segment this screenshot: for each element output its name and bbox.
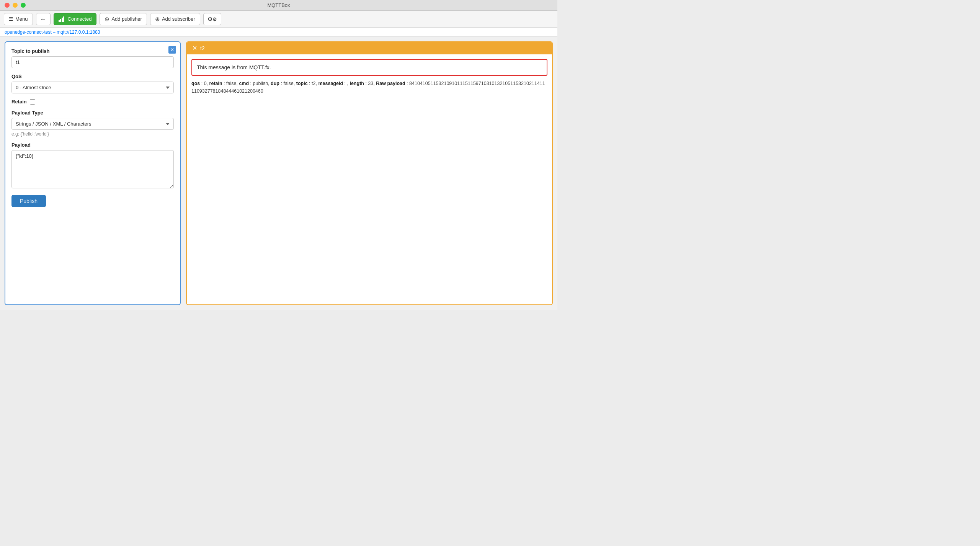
window-title: MQTTBox <box>267 2 290 8</box>
publisher-close-button[interactable]: ✕ <box>168 46 176 54</box>
connected-label: Connected <box>68 16 92 22</box>
close-button[interactable] <box>5 3 10 8</box>
qos-label: QoS <box>11 74 174 79</box>
settings-button[interactable]: ⚙ <box>203 13 221 25</box>
toolbar: Menu Connected ⊕ Add publisher ⊕ Add sub… <box>0 11 557 28</box>
bars-icon <box>9 16 13 22</box>
message-meta: qos : 0, retain : false, cmd : publish, … <box>191 80 547 95</box>
add-subscriber-icon: ⊕ <box>155 16 160 23</box>
connected-button[interactable]: Connected <box>54 13 97 25</box>
title-bar: MQTTBox <box>0 0 557 11</box>
subscriber-close-button[interactable]: ✕ <box>192 45 197 51</box>
retain-group: Retain <box>11 99 174 105</box>
maximize-button[interactable] <box>21 3 26 8</box>
qos-select[interactable]: 0 - Almost Once 1 - At Least Once 2 - Ex… <box>11 82 174 93</box>
connection-bar: openedge-connect-test – mqtt://127.0.0.1… <box>0 28 557 37</box>
payload-textarea[interactable]: {"id":10} <box>11 150 174 188</box>
payload-type-label: Payload Type <box>11 110 174 116</box>
retain-label: Retain <box>11 99 174 105</box>
back-icon <box>40 16 46 23</box>
qos-group: QoS 0 - Almost Once 1 - At Least Once 2 … <box>11 74 174 93</box>
add-publisher-icon: ⊕ <box>105 16 109 23</box>
payload-type-group: Payload Type Strings / JSON / XML / Char… <box>11 110 174 137</box>
topic-group: Topic to publish <box>11 48 174 68</box>
menu-button[interactable]: Menu <box>4 13 33 25</box>
minimize-button[interactable] <box>13 3 18 8</box>
signal-icon <box>59 16 65 22</box>
publisher-panel: ✕ Topic to publish QoS 0 - Almost Once 1… <box>5 41 181 305</box>
topic-input[interactable] <box>11 56 174 68</box>
svg-rect-2 <box>62 18 63 22</box>
window-controls <box>5 3 26 8</box>
payload-type-select[interactable]: Strings / JSON / XML / Characters Base64… <box>11 118 174 130</box>
gear-icon: ⚙ <box>207 16 217 23</box>
connection-url: openedge-connect-test – mqtt://127.0.0.1… <box>5 29 100 35</box>
back-button[interactable] <box>36 13 51 25</box>
payload-group: Payload {"id":10} <box>11 142 174 190</box>
subscriber-topic: t2 <box>200 45 205 51</box>
subscriber-body: This message is from MQTT.fx. qos : 0, r… <box>187 54 552 304</box>
topic-label: Topic to publish <box>11 48 174 54</box>
subscriber-header: ✕ t2 <box>187 42 552 54</box>
retain-checkbox[interactable] <box>30 99 35 105</box>
payload-type-hint: e.g: {'hello':'world'} <box>11 131 174 137</box>
add-subscriber-button[interactable]: ⊕ Add subscriber <box>150 13 200 25</box>
message-text: This message is from MQTT.fx. <box>197 64 542 70</box>
message-card: This message is from MQTT.fx. <box>191 59 547 76</box>
add-publisher-button[interactable]: ⊕ Add publisher <box>100 13 147 25</box>
add-publisher-label: Add publisher <box>111 16 142 22</box>
main-content: ✕ Topic to publish QoS 0 - Almost Once 1… <box>0 37 557 310</box>
svg-rect-1 <box>60 19 61 22</box>
publish-button[interactable]: Publish <box>11 195 46 207</box>
add-subscriber-label: Add subscriber <box>162 16 195 22</box>
menu-label: Menu <box>15 16 28 22</box>
retain-text: Retain <box>11 99 27 105</box>
svg-rect-0 <box>59 20 60 22</box>
subscriber-panel: ✕ t2 This message is from MQTT.fx. qos :… <box>186 41 553 305</box>
svg-rect-3 <box>63 16 64 22</box>
payload-label: Payload <box>11 142 174 148</box>
